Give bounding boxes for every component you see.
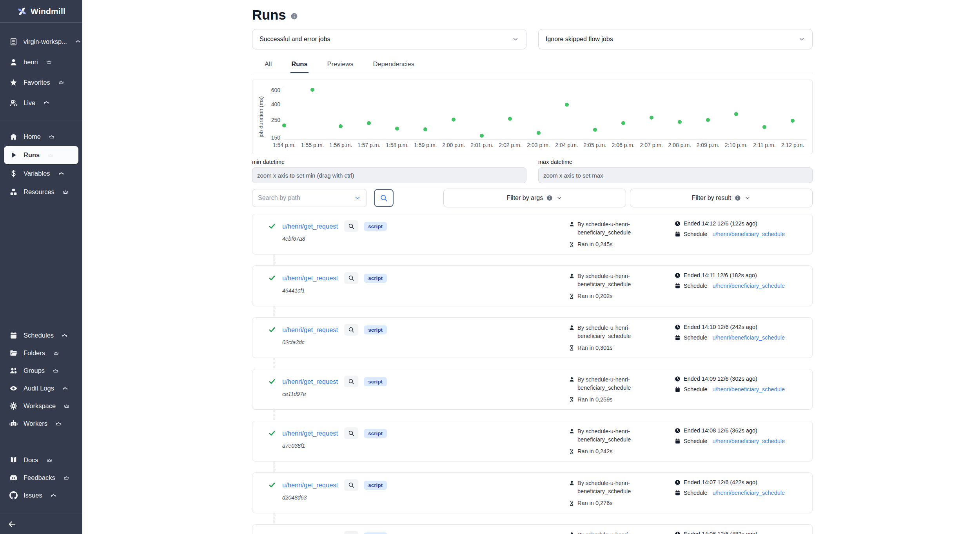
x-tick-label: 1:57 p.m. [358, 142, 380, 148]
schedule-path-link[interactable]: u/henri/beneficiary_schedule [712, 490, 785, 496]
sidebar-item-live[interactable]: Live [0, 93, 82, 113]
crown-icon [58, 80, 64, 85]
sidebar-item-runs[interactable]: Runs [4, 146, 78, 164]
scatter-point[interactable] [452, 118, 456, 122]
user-icon [569, 221, 575, 227]
crown-icon [62, 333, 67, 338]
job-kind-badge: script [364, 274, 387, 283]
sidebar-item-folders[interactable]: Folders [0, 344, 82, 362]
scatter-point[interactable] [395, 127, 399, 131]
scatter-point[interactable] [565, 103, 569, 107]
flow-filter-select[interactable]: Ignore skipped flow jobs [538, 29, 813, 49]
sidebar-item-workers[interactable]: Workers [0, 415, 82, 432]
tab-all[interactable]: All [264, 56, 272, 73]
scatter-point[interactable] [678, 120, 682, 124]
tab-dependencies[interactable]: Dependencies [372, 56, 416, 73]
sidebar-item-henri[interactable]: henri [0, 52, 82, 72]
run-duration: Ran in 0,202s [577, 293, 612, 299]
run-path-link[interactable]: u/henri/get_request [282, 481, 338, 489]
filter-by-result-button[interactable]: Filter by result [630, 189, 813, 207]
tab-previews[interactable]: Previews [327, 56, 354, 73]
run-path-link[interactable]: u/henri/get_request [282, 326, 338, 334]
magnifier-icon [348, 275, 354, 281]
info-icon [546, 195, 553, 201]
inspect-run-button[interactable] [344, 272, 358, 284]
run-id: 4ebf67a8 [282, 236, 569, 242]
x-tick-label: 2:08 p.m. [668, 142, 691, 148]
clock-icon [675, 221, 681, 227]
sidebar-item-virgin-worksp[interactable]: virgin-worksp... [0, 31, 82, 52]
search-by-path-select[interactable]: Search by path [252, 189, 367, 207]
scatter-point[interactable] [339, 124, 343, 128]
sidebar-item-resources[interactable]: Resources [0, 183, 82, 201]
scatter-point[interactable] [310, 88, 314, 92]
inspect-run-button[interactable] [344, 324, 358, 336]
collapse-sidebar-button[interactable] [8, 520, 16, 529]
app-logo[interactable]: Windmill [0, 0, 82, 23]
sidebar-item-groups[interactable]: Groups [0, 362, 82, 380]
scatter-point[interactable] [367, 121, 371, 125]
schedule-path-link[interactable]: u/henri/beneficiary_schedule [712, 386, 785, 392]
run-path-link[interactable]: u/henri/get_request [282, 274, 338, 282]
schedule-path-link[interactable]: u/henri/beneficiary_schedule [712, 334, 785, 341]
run-path-link[interactable]: u/henri/get_request [282, 378, 338, 385]
sidebar-item-schedules[interactable]: Schedules [0, 327, 82, 344]
run-path-link[interactable]: u/henri/get_request [282, 223, 338, 230]
crown-icon [56, 421, 61, 427]
sidebar-item-issues[interactable]: Issues [0, 487, 82, 504]
crown-icon [58, 171, 64, 176]
inspect-run-button[interactable] [344, 427, 358, 439]
sidebar-item-docs[interactable]: Docs [0, 451, 82, 469]
scatter-point[interactable] [423, 127, 427, 131]
user-icon [569, 273, 575, 279]
inspect-run-button[interactable] [344, 220, 358, 232]
tab-runs[interactable]: Runs [290, 56, 308, 73]
scatter-point[interactable] [734, 112, 738, 116]
scatter-point[interactable] [791, 119, 795, 123]
run-id: a7e038f1 [282, 443, 569, 449]
run-duration: Ran in 0,301s [577, 345, 612, 351]
scatter-point[interactable] [593, 128, 597, 132]
run-ended-time: Ended 14:06 12/6 (482s ago) [684, 531, 757, 534]
inspect-run-button[interactable] [344, 531, 358, 534]
magnifier-icon [348, 223, 354, 229]
scatter-point[interactable] [650, 116, 653, 120]
crown-icon [46, 59, 52, 65]
scatter-plot[interactable]: 6004002501501:54 p.m.1:55 p.m.1:56 p.m.1… [284, 85, 807, 140]
sidebar-item-favorites[interactable]: Favorites [0, 72, 82, 93]
schedule-label: Schedule [684, 386, 707, 392]
inspect-run-button[interactable] [344, 479, 358, 491]
job-status-select[interactable]: Successful and error jobs [252, 29, 526, 49]
scatter-point[interactable] [537, 131, 541, 135]
info-icon[interactable] [290, 13, 298, 20]
inspect-run-button[interactable] [344, 376, 358, 387]
search-button[interactable] [374, 189, 394, 207]
sidebar-item-audit-logs[interactable]: Audit Logs [0, 380, 82, 397]
scatter-point[interactable] [621, 121, 625, 125]
run-card: u/henri/get_request script By schedule-u… [252, 524, 813, 534]
chevron-down-icon [744, 195, 751, 201]
run-duration: Ran in 0,276s [577, 500, 612, 506]
scatter-point[interactable] [762, 125, 766, 129]
run-path-link[interactable]: u/henri/get_request [282, 430, 338, 437]
scatter-point[interactable] [706, 118, 710, 122]
sidebar-item-feedbacks[interactable]: Feedbacks [0, 469, 82, 487]
job-kind-badge: script [364, 222, 387, 231]
book-icon [9, 456, 18, 464]
sidebar-item-workspace[interactable]: Workspace [0, 397, 82, 415]
calendar-icon [675, 231, 681, 237]
min-datetime-input[interactable] [252, 167, 526, 183]
filter-by-args-button[interactable]: Filter by args [443, 189, 626, 207]
hourglass-icon [569, 242, 575, 247]
max-datetime-input[interactable] [538, 167, 813, 183]
scatter-point[interactable] [508, 117, 512, 121]
scatter-point[interactable] [480, 134, 484, 138]
schedule-path-link[interactable]: u/henri/beneficiary_schedule [712, 283, 785, 289]
sidebar-item-home[interactable]: Home [0, 127, 82, 146]
scatter-point[interactable] [282, 124, 286, 127]
schedule-path-link[interactable]: u/henri/beneficiary_schedule [712, 438, 785, 444]
run-duration: Ran in 0,259s [577, 396, 612, 403]
sidebar-item-variables[interactable]: Variables [0, 164, 82, 183]
job-kind-badge: script [364, 377, 387, 386]
schedule-path-link[interactable]: u/henri/beneficiary_schedule [712, 231, 785, 237]
